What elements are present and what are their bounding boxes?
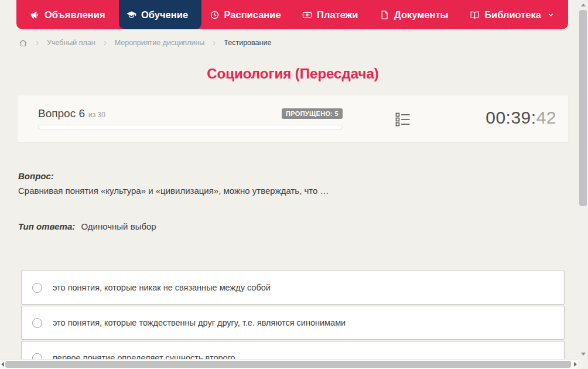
progress-bar — [38, 125, 343, 129]
nav-item-schedule[interactable]: Расписание — [202, 0, 295, 29]
answer-type-row: Тип ответа: Одиночный выбор — [18, 221, 156, 231]
answer-type-label: Тип ответа: — [18, 221, 75, 231]
banknote-icon — [302, 10, 312, 20]
nav-item-documents[interactable]: Документы — [372, 0, 462, 29]
main-nav: Объявления Обучение Расписание Платежи Д… — [16, 0, 568, 29]
question-number: Вопрос 6 — [38, 107, 85, 120]
breadcrumb: Учебный планМероприятие дисциплиныТестир… — [19, 36, 271, 49]
answer-radio[interactable] — [32, 318, 42, 328]
answer-type-value: Одиночный выбор — [81, 221, 156, 231]
answer-option-2[interactable]: это понятия, которые тождественны друг д… — [21, 306, 565, 340]
scrollbar-corner — [578, 359, 588, 369]
horizontal-scrollbar-thumb[interactable] — [5, 361, 571, 368]
timer-main: 00:39: — [486, 108, 536, 127]
timer: 00:39:42 — [486, 108, 556, 128]
chevron-right-icon — [34, 40, 40, 46]
chevron-right-icon — [211, 40, 217, 46]
nav-item-library[interactable]: Библиотека — [462, 0, 562, 29]
quiz-header-card: Вопрос 6 из 30 ПРОПУЩЕНО: 5 00:39:42 — [18, 95, 568, 142]
question-text: Сравнивая понятия «культура» и «цивилиза… — [18, 186, 563, 196]
vertical-scrollbar[interactable] — [578, 0, 588, 359]
nav-item-label: Объявления — [45, 9, 105, 20]
nav-item-learning[interactable]: Обучение — [119, 0, 201, 29]
quiz-progress-block: Вопрос 6 из 30 ПРОПУЩЕНО: 5 — [38, 107, 343, 129]
home-icon[interactable] — [19, 39, 28, 47]
answer-radio[interactable] — [32, 283, 42, 293]
breadcrumb-item[interactable]: Учебный план — [47, 39, 95, 47]
question-list-icon[interactable] — [395, 112, 411, 127]
page-title: Социология (Пересдача) — [0, 66, 586, 82]
chevron-down-icon — [547, 11, 555, 19]
breadcrumb-item[interactable]: Мероприятие дисциплины — [115, 39, 205, 47]
clock-icon — [210, 10, 220, 20]
nav-item-label: Обучение — [141, 9, 188, 20]
scroll-up-arrow[interactable] — [578, 0, 588, 10]
book-icon — [470, 10, 480, 20]
megaphone-icon — [30, 10, 40, 20]
nav-item-label: Библиотека — [484, 9, 541, 20]
scroll-right-arrow[interactable] — [573, 360, 578, 369]
document-icon — [380, 10, 389, 20]
horizontal-scrollbar[interactable] — [0, 359, 578, 369]
nav-item-label: Документы — [394, 9, 449, 20]
question-label: Вопрос: — [18, 171, 54, 181]
vertical-scrollbar-thumb[interactable] — [579, 10, 587, 206]
timer-seconds: 42 — [536, 108, 556, 127]
nav-item-label: Платежи — [317, 9, 358, 20]
scroll-down-arrow[interactable] — [578, 349, 588, 359]
nav-item-payments[interactable]: Платежи — [295, 0, 371, 29]
answers-list: это понятия, которые никак не связанные … — [21, 271, 565, 369]
nav-item-label: Расписание — [224, 9, 281, 20]
question-counter: Вопрос 6 из 30 — [38, 107, 105, 120]
answer-option-label: это понятия, которые никак не связанные … — [53, 283, 271, 292]
question-total: из 30 — [88, 111, 105, 119]
skipped-badge: ПРОПУЩЕНО: 5 — [282, 108, 343, 119]
scroll-left-arrow[interactable] — [0, 360, 5, 369]
graduation-cap-icon — [127, 10, 136, 20]
chevron-right-icon — [102, 40, 108, 46]
breadcrumb-item: Тестирование — [224, 39, 271, 47]
answer-option-label: это понятия, которые тождественны друг д… — [53, 318, 346, 327]
answer-option-1[interactable]: это понятия, которые никак не связанные … — [21, 271, 565, 305]
nav-item-announcements[interactable]: Объявления — [22, 0, 119, 29]
